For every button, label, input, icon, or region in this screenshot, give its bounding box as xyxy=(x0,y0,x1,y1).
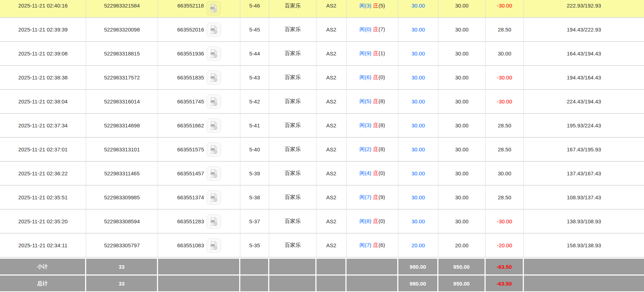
bet-amount-link[interactable]: 30.00 xyxy=(412,3,425,9)
bet-amount-link[interactable]: 30.00 xyxy=(412,74,425,81)
round-id-wrap: 663551083 xyxy=(159,238,239,253)
footer-empty-cell xyxy=(524,274,644,291)
video-replay-button[interactable] xyxy=(207,166,221,181)
banker-label: 庄 xyxy=(373,242,379,248)
video-camera-icon xyxy=(209,217,218,226)
bet-amount-link[interactable]: 20.00 xyxy=(412,242,425,248)
game-name-cell: 百家乐 xyxy=(269,18,316,42)
bet-amount-cell: 30.00 xyxy=(398,186,438,210)
banker-label: 庄 xyxy=(373,218,379,224)
time-cell: 2025-11-21 02:35:20 xyxy=(0,210,86,234)
video-replay-button[interactable] xyxy=(207,70,221,85)
round-id-cell: 663551374 xyxy=(158,186,240,210)
win-loss-cell: 28.50 xyxy=(486,186,524,210)
win-loss-cell: -20.00 xyxy=(486,234,524,258)
player-result: 闲(4) xyxy=(359,170,371,176)
bet-amount-link[interactable]: 30.00 xyxy=(412,122,425,128)
valid-amount-cell: 30.00 xyxy=(438,162,486,186)
bet-amount-link[interactable]: 30.00 xyxy=(412,98,425,104)
game-name-cell: 百家乐 xyxy=(269,210,316,234)
table-row[interactable]: 2025-11-21 02:34:11522983305797663551083… xyxy=(0,234,644,258)
table-code-cell: AS2 xyxy=(316,138,346,162)
table-row[interactable]: 2025-11-21 02:37:01522983313101663551575… xyxy=(0,138,644,162)
result-cell: 闲(5)庄(8) xyxy=(346,90,398,114)
table-row[interactable]: 2025-11-21 02:38:38522983317572663551835… xyxy=(0,66,644,90)
balance-cell: 167.43/195.93 xyxy=(524,138,644,162)
banker-score: (7) xyxy=(379,26,385,32)
banker-score: (0) xyxy=(379,170,385,176)
banker-label: 庄 xyxy=(373,26,379,32)
valid-amount-cell: 30.00 xyxy=(438,90,486,114)
result-cell: 闲(4)庄(0) xyxy=(346,162,398,186)
table-code-cell: AS2 xyxy=(316,114,346,138)
bet-amount-cell: 30.00 xyxy=(398,162,438,186)
game-name-cell: 百家乐 xyxy=(269,234,316,258)
bet-amount-cell: 20.00 xyxy=(398,234,438,258)
bet-id-cell: 522983305797 xyxy=(86,234,158,258)
bet-amount-link[interactable]: 30.00 xyxy=(412,194,425,200)
table-row[interactable]: 2025-11-21 02:39:39522983320098663552016… xyxy=(0,18,644,42)
game-name-cell: 百家乐 xyxy=(269,0,316,18)
round-id-wrap: 663551374 xyxy=(159,190,239,205)
table-code-cell: AS2 xyxy=(316,42,346,66)
table-row[interactable]: 2025-11-21 02:40:16522983321584663552118… xyxy=(0,0,644,18)
game-name-cell: 百家乐 xyxy=(269,90,316,114)
shoe-round-cell: 5-38 xyxy=(240,186,269,210)
table-code-cell: AS2 xyxy=(316,90,346,114)
table-row[interactable]: 2025-11-21 02:35:20522983308594663551283… xyxy=(0,210,644,234)
win-loss-cell: 30.00 xyxy=(486,42,524,66)
valid-total-cell: 950.00 xyxy=(438,258,486,274)
table-row[interactable]: 2025-11-21 02:35:51522983309985663551374… xyxy=(0,186,644,210)
round-id-cell: 663551283 xyxy=(158,210,240,234)
balance-cell: 138.93/108.93 xyxy=(524,210,644,234)
video-replay-button[interactable] xyxy=(207,94,221,109)
video-replay-button[interactable] xyxy=(206,1,221,15)
round-id-wrap: 663551457 xyxy=(159,166,239,181)
result-cell: 闲(9)庄(1) xyxy=(346,42,398,66)
bet-id-cell: 522983308594 xyxy=(86,210,158,234)
balance-cell: 194.43/164.43 xyxy=(524,66,644,90)
banker-score: (0) xyxy=(379,218,385,224)
video-replay-button[interactable] xyxy=(207,190,221,205)
bet-id-cell: 522983316014 xyxy=(86,90,158,114)
bet-amount-link[interactable]: 30.00 xyxy=(412,170,425,176)
video-replay-button[interactable] xyxy=(207,238,221,253)
video-replay-button[interactable] xyxy=(207,214,221,229)
video-replay-button[interactable] xyxy=(207,142,221,157)
video-replay-button[interactable] xyxy=(207,47,221,61)
player-result: 闲(0) xyxy=(359,26,371,32)
bet-amount-cell: 30.00 xyxy=(398,0,438,18)
banker-label: 庄 xyxy=(373,3,379,9)
video-replay-button[interactable] xyxy=(207,118,221,133)
round-id-text: 663551662 xyxy=(177,122,204,128)
bet-amount-link[interactable]: 30.00 xyxy=(412,26,425,33)
table-row[interactable]: 2025-11-21 02:37:34522983314698663551662… xyxy=(0,114,644,138)
round-id-cell: 663552016 xyxy=(158,18,240,42)
player-result: 闲(2) xyxy=(359,146,371,152)
total-label-cell: 总计 xyxy=(0,274,86,291)
table-code-cell: AS2 xyxy=(316,210,346,234)
bet-amount-link[interactable]: 30.00 xyxy=(412,218,425,224)
round-id-cell: 663551457 xyxy=(158,162,240,186)
time-cell: 2025-11-21 02:37:01 xyxy=(0,138,86,162)
table-row[interactable]: 2025-11-21 02:36:22522983311465663551457… xyxy=(0,162,644,186)
bet-id-cell: 522983309985 xyxy=(86,186,158,210)
bet-amount-link[interactable]: 30.00 xyxy=(412,50,425,57)
video-camera-icon xyxy=(209,121,218,130)
shoe-round-cell: 5-41 xyxy=(240,114,269,138)
win-loss-cell: -30.00 xyxy=(486,90,524,114)
table-code-cell: AS2 xyxy=(316,234,346,258)
bet-amount-link[interactable]: 30.00 xyxy=(412,146,425,152)
video-replay-button[interactable] xyxy=(207,23,221,37)
footer-empty-cell xyxy=(346,258,398,274)
table-row[interactable]: 2025-11-21 02:38:04522983316014663551745… xyxy=(0,90,644,114)
bet-id-cell: 522983321584 xyxy=(86,0,158,18)
footer-empty-cell xyxy=(346,274,398,291)
valid-amount-cell: 30.00 xyxy=(438,138,486,162)
win-loss-cell: 28.50 xyxy=(486,114,524,138)
time-cell: 2025-11-21 02:40:16 xyxy=(0,0,86,18)
table-row[interactable]: 2025-11-21 02:39:08522983318815663551936… xyxy=(0,42,644,66)
bet-amount-cell: 30.00 xyxy=(398,114,438,138)
time-cell: 2025-11-21 02:39:08 xyxy=(0,42,86,66)
shoe-round-cell: 5-37 xyxy=(240,210,269,234)
